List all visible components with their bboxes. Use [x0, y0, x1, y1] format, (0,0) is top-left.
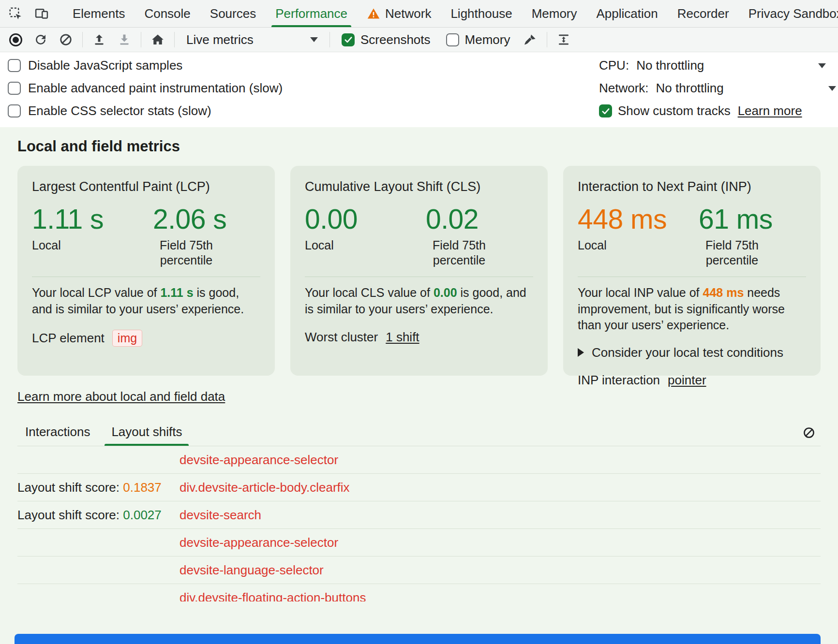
clear-button[interactable]	[54, 29, 77, 50]
checkbox-label: Enable advanced paint instrumentation (s…	[28, 81, 283, 96]
chevron-down-icon	[310, 37, 318, 42]
tab-recorder[interactable]: Recorder	[668, 0, 739, 27]
network-throttling-row: Network: No throttling	[599, 77, 836, 100]
clear-log-button[interactable]	[797, 422, 821, 444]
shift-element-link[interactable]: devsite-appearance-selector	[180, 453, 821, 468]
shift-score: Layout shift score: 0.0027	[17, 508, 180, 523]
show-custom-tracks-checkbox[interactable]: Show custom tracks	[599, 103, 731, 118]
checkbox-unchecked-icon	[8, 82, 21, 95]
show-custom-tracks-label: Show custom tracks	[618, 103, 731, 118]
tab-console[interactable]: Console	[135, 0, 200, 27]
devtools-window: Elements Console Sources Performance Net…	[0, 0, 838, 644]
clear-icon	[59, 32, 73, 47]
tab-layout-shifts[interactable]: Layout shifts	[111, 424, 182, 446]
separator	[329, 32, 330, 47]
network-throttling-select[interactable]: No throttling	[656, 81, 836, 96]
lcp-field-label: Field 75th percentile	[153, 238, 220, 268]
learn-more-local-field-link[interactable]: Learn more about local and field data	[17, 389, 225, 404]
tab-privacy-sandbox[interactable]: Privacy Sandbox	[739, 0, 838, 27]
shift-element-link[interactable]: devsite-appearance-selector	[180, 535, 821, 550]
tab-memory[interactable]: Memory	[522, 0, 587, 27]
shift-score: Layout shift score: 0.1837	[17, 480, 180, 495]
tab-label: Network	[385, 6, 431, 21]
live-metrics-log: Interactions Layout shifts devsite-appea…	[17, 422, 821, 601]
separator	[141, 32, 141, 47]
desc-text: Your local LCP value of	[32, 286, 160, 299]
throttling-settings: CPU: No throttling Network: No throttlin…	[599, 54, 836, 122]
tab-label: Application	[597, 6, 658, 21]
inp-interaction-label: INP interaction	[578, 373, 660, 388]
shift-element-link[interactable]: div.devsite-floating-action-buttons	[180, 590, 821, 602]
disclosure-triangle-icon	[578, 348, 584, 357]
local-test-conditions-disclosure[interactable]: Consider your local test conditions	[578, 345, 806, 360]
lcp-element-node-badge[interactable]: img	[112, 330, 142, 347]
memory-checkbox[interactable]: Memory	[439, 32, 517, 47]
log-tabs: Interactions Layout shifts	[17, 422, 821, 446]
cls-field-value: 0.02	[426, 205, 493, 234]
collect-garbage-button[interactable]	[519, 29, 542, 50]
separator	[547, 32, 547, 47]
settings-pane-toggle-icon	[556, 32, 571, 47]
tab-label: Interactions	[25, 424, 90, 439]
tab-application[interactable]: Application	[587, 0, 668, 27]
reload-and-record-button[interactable]	[29, 29, 52, 50]
tab-elements[interactable]: Elements	[63, 0, 135, 27]
record-button[interactable]	[4, 29, 27, 50]
live-metrics-select[interactable]: Live metrics	[180, 32, 325, 47]
device-toolbar-icon[interactable]	[30, 2, 53, 25]
cpu-throttling-select[interactable]: No throttling	[636, 58, 826, 73]
home-button[interactable]	[146, 29, 169, 50]
settings-pane-toggle-button[interactable]	[552, 29, 575, 50]
reload-icon	[33, 32, 48, 47]
cls-footer: Worst cluster 1 shift	[305, 330, 533, 345]
lcp-field-value: 2.06 s	[153, 205, 226, 234]
separator	[82, 32, 83, 47]
inp-interaction-link[interactable]: pointer	[668, 373, 706, 388]
clear-log-icon	[802, 426, 816, 439]
table-row[interactable]: devsite-language-selector	[17, 556, 821, 584]
table-row[interactable]: devsite-appearance-selector	[17, 446, 821, 474]
tab-label: Console	[144, 6, 190, 21]
performance-toolbar: Live metrics Screenshots Memory	[0, 28, 838, 52]
shift-score-value: 0.1837	[123, 480, 162, 495]
table-row[interactable]: Layout shift score: 0.1837 div.devsite-a…	[17, 474, 821, 501]
inp-field-value: 61 ms	[699, 205, 773, 234]
save-profile-button[interactable]	[113, 29, 136, 50]
shift-element-link[interactable]: div.devsite-article-body.clearfix	[180, 480, 821, 495]
worst-cluster-link[interactable]: 1 shift	[386, 330, 419, 345]
lcp-local-label: Local	[32, 238, 153, 253]
desc-value: 448 ms	[703, 286, 744, 299]
shift-element-link[interactable]: devsite-search	[180, 508, 821, 523]
desc-value: 1.11 s	[160, 286, 193, 299]
horizontal-scrollbar[interactable]	[15, 634, 821, 644]
checkbox-label: Disable JavaScript samples	[28, 58, 182, 73]
inp-description: Your local INP value of 448 ms needs imp…	[578, 285, 806, 334]
tab-sources[interactable]: Sources	[200, 0, 266, 27]
shift-element-link[interactable]: devsite-language-selector	[180, 563, 821, 578]
inp-field-label: Field 75th percentile	[699, 238, 765, 268]
inp-card: Interaction to Next Paint (INP) 448 ms L…	[563, 166, 821, 376]
tab-label: Lighthouse	[450, 6, 512, 21]
live-metrics-panel: Local and field metrics Largest Contentf…	[0, 127, 838, 644]
table-row[interactable]: devsite-appearance-selector	[17, 529, 821, 556]
cls-card-title: Cumulative Layout Shift (CLS)	[305, 179, 533, 194]
load-profile-icon	[92, 32, 106, 47]
worst-cluster-label: Worst cluster	[305, 330, 378, 345]
load-profile-button[interactable]	[88, 29, 111, 50]
tab-performance[interactable]: Performance	[266, 0, 357, 27]
screenshots-checkbox[interactable]: Screenshots	[335, 32, 437, 47]
tab-lighthouse[interactable]: Lighthouse	[441, 0, 522, 27]
tab-label: Recorder	[677, 6, 729, 21]
table-row[interactable]: Layout shift score: 0.0027 devsite-searc…	[17, 501, 821, 529]
cls-values: 0.00 Local 0.02 Field 75th percentile	[305, 205, 533, 268]
table-row[interactable]: div.devsite-floating-action-buttons	[17, 584, 821, 601]
cpu-label: CPU:	[599, 58, 629, 73]
cls-card: Cumulative Layout Shift (CLS) 0.00 Local…	[290, 166, 548, 376]
learn-more-link[interactable]: Learn more	[738, 103, 802, 118]
tab-interactions[interactable]: Interactions	[25, 424, 90, 446]
cls-field-label: Field 75th percentile	[426, 238, 493, 268]
inspect-icon[interactable]	[4, 2, 27, 25]
tab-network[interactable]: Network	[357, 0, 441, 27]
tab-label: Performance	[275, 6, 347, 21]
desc-text: Your local INP value of	[578, 286, 703, 299]
